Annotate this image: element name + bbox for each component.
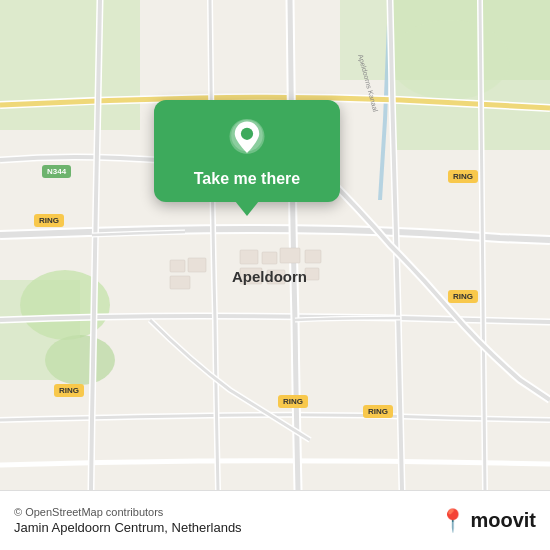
map-attribution: © OpenStreetMap contributors — [14, 506, 242, 518]
svg-rect-11 — [240, 268, 262, 284]
take-me-there-label: Take me there — [194, 170, 300, 188]
svg-rect-6 — [0, 280, 80, 380]
svg-rect-1 — [0, 0, 140, 130]
svg-rect-10 — [280, 248, 300, 263]
svg-rect-9 — [262, 252, 277, 264]
bottom-bar: © OpenStreetMap contributors Jamin Apeld… — [0, 490, 550, 550]
svg-rect-13 — [305, 250, 321, 263]
svg-point-21 — [241, 128, 253, 140]
svg-rect-15 — [170, 260, 185, 272]
svg-rect-8 — [240, 250, 258, 264]
moovit-pin-icon: 📍 — [439, 508, 466, 534]
moovit-text: moovit — [470, 509, 536, 532]
svg-rect-14 — [305, 268, 319, 280]
svg-rect-17 — [170, 276, 190, 289]
map-background: Apeldoorns Kanaal Apeldoorn RING RING RI… — [0, 0, 550, 490]
moovit-logo: 📍 moovit — [439, 508, 536, 534]
svg-rect-12 — [267, 270, 285, 284]
location-pin-icon — [226, 118, 268, 160]
location-label: Jamin Apeldoorn Centrum, Netherlands — [14, 520, 242, 535]
take-me-there-popup[interactable]: Take me there — [154, 100, 340, 202]
svg-rect-16 — [188, 258, 206, 272]
svg-point-7 — [390, 20, 510, 100]
